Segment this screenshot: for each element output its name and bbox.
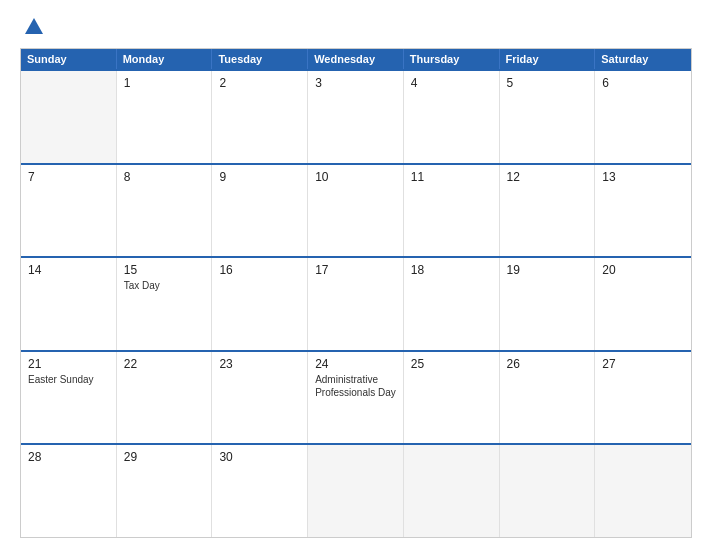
day-number: 8 [124,170,205,184]
calendar-cell: 20 [595,258,691,350]
event-label: Administrative Professionals Day [315,373,396,399]
calendar-cell [404,445,500,537]
header [20,16,692,38]
calendar-cell: 25 [404,352,500,444]
day-number: 6 [602,76,684,90]
weekday-header-friday: Friday [500,49,596,69]
calendar-cell: 26 [500,352,596,444]
calendar-cell: 19 [500,258,596,350]
weekday-header-thursday: Thursday [404,49,500,69]
calendar-cell: 7 [21,165,117,257]
calendar-cell: 10 [308,165,404,257]
calendar-cell [595,445,691,537]
logo [20,16,46,38]
day-number: 24 [315,357,396,371]
weekday-header-tuesday: Tuesday [212,49,308,69]
day-number: 16 [219,263,300,277]
day-number: 11 [411,170,492,184]
day-number: 12 [507,170,588,184]
calendar-cell: 4 [404,71,500,163]
calendar-cell: 16 [212,258,308,350]
weekday-header-monday: Monday [117,49,213,69]
calendar-cell: 11 [404,165,500,257]
calendar-cell: 29 [117,445,213,537]
day-number: 18 [411,263,492,277]
calendar-body: 123456789101112131415Tax Day161718192021… [21,69,691,537]
calendar-row-1: 78910111213 [21,163,691,257]
day-number: 5 [507,76,588,90]
calendar-cell: 1 [117,71,213,163]
day-number: 26 [507,357,588,371]
calendar-cell: 9 [212,165,308,257]
calendar-row-2: 1415Tax Day1617181920 [21,256,691,350]
calendar-row-3: 21Easter Sunday222324Administrative Prof… [21,350,691,444]
calendar-cell: 5 [500,71,596,163]
event-label: Easter Sunday [28,373,109,386]
calendar-cell: 3 [308,71,404,163]
logo-icon [23,16,45,38]
calendar-cell: 22 [117,352,213,444]
day-number: 29 [124,450,205,464]
svg-marker-0 [25,18,43,34]
calendar-cell: 18 [404,258,500,350]
weekday-header-sunday: Sunday [21,49,117,69]
day-number: 15 [124,263,205,277]
day-number: 10 [315,170,396,184]
calendar-header-row: SundayMondayTuesdayWednesdayThursdayFrid… [21,49,691,69]
day-number: 14 [28,263,109,277]
day-number: 7 [28,170,109,184]
calendar-cell [308,445,404,537]
calendar-cell: 23 [212,352,308,444]
calendar-cell: 21Easter Sunday [21,352,117,444]
calendar-cell: 8 [117,165,213,257]
day-number: 27 [602,357,684,371]
day-number: 30 [219,450,300,464]
day-number: 9 [219,170,300,184]
event-label: Tax Day [124,279,205,292]
calendar-cell: 2 [212,71,308,163]
calendar: SundayMondayTuesdayWednesdayThursdayFrid… [20,48,692,538]
day-number: 28 [28,450,109,464]
day-number: 3 [315,76,396,90]
day-number: 21 [28,357,109,371]
day-number: 4 [411,76,492,90]
calendar-cell: 24Administrative Professionals Day [308,352,404,444]
day-number: 2 [219,76,300,90]
calendar-row-4: 282930 [21,443,691,537]
day-number: 20 [602,263,684,277]
day-number: 13 [602,170,684,184]
day-number: 23 [219,357,300,371]
day-number: 1 [124,76,205,90]
day-number: 22 [124,357,205,371]
page: SundayMondayTuesdayWednesdayThursdayFrid… [0,0,712,550]
calendar-cell [500,445,596,537]
calendar-cell: 15Tax Day [117,258,213,350]
weekday-header-saturday: Saturday [595,49,691,69]
calendar-cell: 13 [595,165,691,257]
day-number: 25 [411,357,492,371]
calendar-cell: 6 [595,71,691,163]
weekday-header-wednesday: Wednesday [308,49,404,69]
calendar-row-0: 123456 [21,69,691,163]
calendar-cell: 28 [21,445,117,537]
calendar-cell [21,71,117,163]
calendar-cell: 30 [212,445,308,537]
calendar-cell: 17 [308,258,404,350]
calendar-cell: 27 [595,352,691,444]
calendar-cell: 12 [500,165,596,257]
day-number: 19 [507,263,588,277]
calendar-cell: 14 [21,258,117,350]
day-number: 17 [315,263,396,277]
